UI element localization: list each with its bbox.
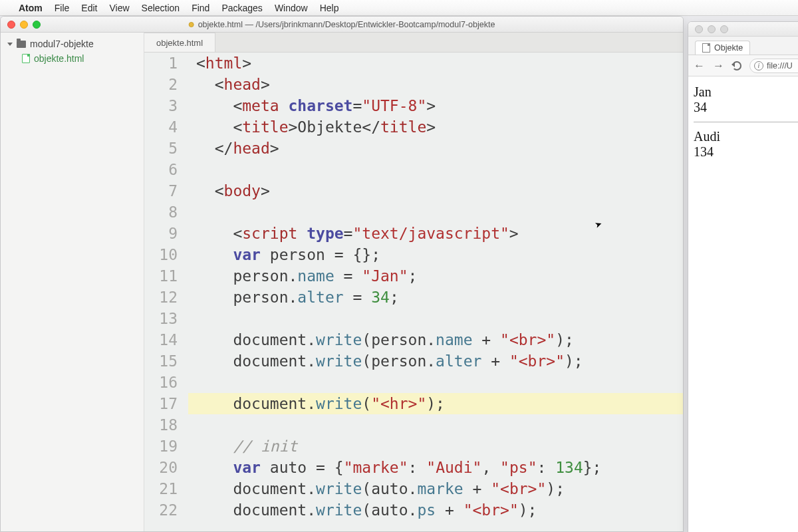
atom-window: objekte.html — /Users/jbrinkmann/Desktop…: [0, 16, 684, 532]
code-line[interactable]: var person = {};: [188, 244, 683, 265]
line-number: 13: [144, 308, 178, 329]
address-text: file:///U: [767, 61, 793, 70]
line-number: 2: [144, 74, 178, 95]
editor-pane: objekte.html 123456789101112131415161718…: [144, 33, 683, 531]
browser-toolbar: ← → i file:///U: [688, 55, 798, 76]
code-line[interactable]: <meta charset="UTF-8">: [188, 95, 683, 116]
menu-edit[interactable]: Edit: [81, 3, 97, 13]
code-line[interactable]: [188, 201, 683, 223]
browser-window: Objekte ← → i file:///U Jan 34 Audi 134: [688, 21, 798, 532]
zoom-icon[interactable]: [720, 25, 728, 33]
code-line[interactable]: <html>: [188, 53, 683, 74]
line-number: 5: [144, 138, 178, 159]
close-icon[interactable]: [7, 21, 15, 29]
line-number: 21: [144, 478, 178, 499]
site-info-icon[interactable]: i: [754, 61, 763, 70]
line-number: 3: [144, 95, 178, 116]
desktop: objekte.html — /Users/jbrinkmann/Desktop…: [0, 16, 798, 532]
line-number: 9: [144, 223, 178, 244]
code-line[interactable]: [188, 308, 683, 329]
browser-page-content: Jan 34 Audi 134: [688, 76, 798, 532]
code-line[interactable]: <head>: [188, 74, 683, 95]
atom-titlebar[interactable]: objekte.html — /Users/jbrinkmann/Desktop…: [1, 17, 683, 33]
line-number: 12: [144, 287, 178, 308]
browser-tab[interactable]: Objekte: [695, 41, 750, 55]
line-number: 6: [144, 159, 178, 180]
address-bar[interactable]: i file:///U: [749, 59, 798, 73]
app-name[interactable]: Atom: [19, 3, 43, 13]
line-number: 14: [144, 329, 178, 350]
menu-packages[interactable]: Packages: [221, 3, 262, 13]
code-editor[interactable]: 12345678910111213141516171819202122 ➤ <h…: [144, 53, 683, 531]
minimize-icon[interactable]: [20, 21, 28, 29]
code-line[interactable]: document.write(auto.ps + "<br>");: [188, 499, 683, 521]
line-number: 22: [144, 499, 178, 521]
code-line[interactable]: document.write("<hr>");: [188, 393, 683, 414]
browser-titlebar[interactable]: [688, 22, 798, 37]
menu-window[interactable]: Window: [275, 3, 308, 13]
output-line: Jan: [694, 84, 798, 100]
menu-find[interactable]: Find: [192, 3, 209, 13]
line-number: 8: [144, 201, 178, 223]
tree-file[interactable]: objekte.html: [1, 51, 144, 66]
macos-menubar: Atom File Edit View Selection Find Packa…: [0, 0, 798, 16]
page-icon: [702, 43, 710, 53]
zoom-icon[interactable]: [33, 21, 41, 29]
code-line[interactable]: <body>: [188, 180, 683, 201]
line-number: 20: [144, 457, 178, 478]
line-number: 15: [144, 350, 178, 372]
code-line[interactable]: [188, 414, 683, 436]
line-number: 11: [144, 265, 178, 287]
chevron-down-icon[interactable]: [7, 43, 13, 46]
back-button-icon[interactable]: ←: [694, 59, 705, 72]
menu-file[interactable]: File: [55, 3, 70, 13]
forward-button-icon[interactable]: →: [713, 59, 724, 72]
browser-window-controls: [688, 25, 728, 33]
code-line[interactable]: var auto = {"marke": "Audi", "ps": 134};: [188, 457, 683, 478]
browser-tabstrip: Objekte: [688, 37, 798, 55]
browser-tab-title: Objekte: [714, 43, 743, 53]
html-file-icon: [22, 54, 30, 63]
code-line[interactable]: [188, 159, 683, 180]
code-line[interactable]: document.write(auto.marke + "<br>");: [188, 478, 683, 499]
line-number-gutter: 12345678910111213141516171819202122: [144, 53, 188, 531]
editor-tabbar: objekte.html: [144, 33, 683, 53]
code-line[interactable]: [188, 372, 683, 393]
line-number: 4: [144, 116, 178, 138]
code-lines[interactable]: ➤ <html> <head> <meta charset="UTF-8"> <…: [188, 53, 683, 531]
menu-help[interactable]: Help: [320, 3, 339, 13]
close-icon[interactable]: [695, 25, 703, 33]
tree-root-label: modul7-objekte: [30, 39, 94, 49]
unsaved-indicator-icon: [189, 22, 194, 27]
menu-view[interactable]: View: [109, 3, 129, 13]
reload-button-icon[interactable]: [732, 61, 741, 70]
line-number: 19: [144, 436, 178, 457]
folder-icon: [17, 41, 26, 48]
file-tree[interactable]: modul7-objekte objekte.html: [1, 33, 144, 531]
atom-window-controls: [1, 21, 41, 29]
code-line[interactable]: person.name = "Jan";: [188, 265, 683, 287]
code-line[interactable]: document.write(person.alter + "<br>");: [188, 350, 683, 372]
line-number: 18: [144, 414, 178, 436]
tree-file-label: objekte.html: [34, 53, 84, 64]
code-line[interactable]: <title>Objekte</title>: [188, 116, 683, 138]
atom-title-text: objekte.html — /Users/jbrinkmann/Desktop…: [198, 20, 495, 29]
line-number: 1: [144, 53, 178, 74]
code-line[interactable]: person.alter = 34;: [188, 287, 683, 308]
code-line[interactable]: <script type="text/javascript">: [188, 223, 683, 244]
code-line[interactable]: // init: [188, 436, 683, 457]
tree-root-folder[interactable]: modul7-objekte: [1, 37, 144, 51]
menu-selection[interactable]: Selection: [142, 3, 180, 13]
line-number: 16: [144, 372, 178, 393]
minimize-icon[interactable]: [708, 25, 716, 33]
code-line[interactable]: </head>: [188, 138, 683, 159]
code-line[interactable]: document.write(person.name + "<br>");: [188, 329, 683, 350]
atom-window-title: objekte.html — /Users/jbrinkmann/Desktop…: [189, 20, 495, 29]
output-line: 134: [694, 144, 798, 160]
output-hr: [694, 122, 798, 122]
output-line: Audi: [694, 129, 798, 144]
editor-tab-label: objekte.html: [156, 38, 203, 48]
line-number: 7: [144, 180, 178, 201]
line-number: 17: [144, 393, 178, 414]
editor-tab[interactable]: objekte.html: [144, 33, 215, 52]
